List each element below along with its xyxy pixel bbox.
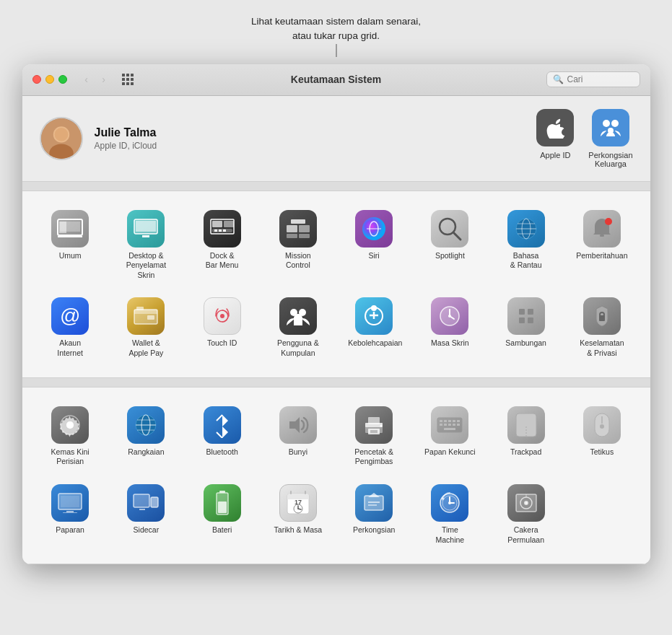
bahasa-icon xyxy=(507,210,545,248)
papan-label: Papan Kekunci xyxy=(424,447,476,457)
pref-papan[interactable]: Papan Kekunci xyxy=(414,400,486,473)
notif-icon xyxy=(583,210,621,248)
row2-grid: @ AkaunInternet Wallet &Apple Pay xyxy=(34,292,639,364)
timemachine-label: TimeMachine xyxy=(436,525,465,545)
svg-rect-106 xyxy=(218,502,227,513)
tooltip: Lihat keutamaan sistem dalam senarai, at… xyxy=(251,14,421,44)
close-button[interactable] xyxy=(32,75,41,84)
bunyi-label: Bunyi xyxy=(289,447,307,457)
svg-rect-22 xyxy=(299,225,310,232)
bahasa-label: Bahasa& Rantau xyxy=(510,251,542,271)
svg-rect-16 xyxy=(224,221,234,227)
pref-keselamatan[interactable]: Keselamatan& Privasi xyxy=(565,292,638,364)
pref-cakera[interactable]: CakeraPermulaan xyxy=(489,478,562,551)
pref-notif[interactable]: Pemberitahuan xyxy=(565,204,638,286)
pref-bunyi[interactable]: Bunyi xyxy=(261,400,334,473)
svg-rect-100 xyxy=(63,512,77,513)
svg-point-79 xyxy=(380,424,383,426)
keselamatan-icon xyxy=(583,297,621,335)
pref-perkongsian[interactable]: Perkongsian xyxy=(338,478,411,551)
svg-rect-20 xyxy=(223,229,226,232)
pref-kemas[interactable]: Kemas KiniPerisian xyxy=(34,400,107,473)
maximize-button[interactable] xyxy=(58,75,67,84)
pref-masa[interactable]: Masa Skrin xyxy=(414,292,486,364)
sidecar-label: Sidecar xyxy=(134,525,160,535)
pref-tetikus[interactable]: Tetikus xyxy=(565,400,638,473)
trackpad-label: Trackpad xyxy=(510,447,541,457)
tooltip-line1: Lihat keutamaan sistem dalam senarai, xyxy=(251,14,421,29)
svg-rect-84 xyxy=(453,420,455,422)
preferences-row1: Umum Desktop &Penyelamat Skrin xyxy=(22,190,650,378)
pref-siri[interactable]: Siri xyxy=(338,204,411,286)
pref-desktop[interactable]: Desktop &Penyelamat Skrin xyxy=(110,204,183,286)
pref-dock[interactable]: Dock &Bar Menu xyxy=(186,204,258,286)
svg-point-96 xyxy=(600,424,604,429)
keboleh-label: Kebolehcapaian xyxy=(348,338,400,349)
pref-timemachine[interactable]: TimeMachine xyxy=(414,478,486,551)
pref-akaun[interactable]: @ AkaunInternet xyxy=(34,292,107,364)
pref-spotlight[interactable]: Spotlight xyxy=(414,204,486,286)
svg-rect-76 xyxy=(368,429,380,434)
search-input[interactable] xyxy=(567,74,632,84)
dock-icon xyxy=(204,210,241,248)
window-title: Keutamaan Sistem xyxy=(291,74,381,85)
sambungan-label: Sambungan xyxy=(505,338,546,349)
pref-bateri[interactable]: Bateri xyxy=(186,478,258,551)
svg-rect-12 xyxy=(136,221,156,232)
svg-rect-90 xyxy=(457,424,460,426)
touchid-label: Touch ID xyxy=(207,338,237,349)
avatar xyxy=(40,117,83,160)
pref-pengguna[interactable]: Pengguna &Kumpulan xyxy=(261,292,334,364)
pref-sidecar[interactable]: Sidecar xyxy=(110,478,183,551)
pref-bahasa[interactable]: Bahasa& Rantau xyxy=(489,204,562,286)
traffic-lights xyxy=(32,75,67,84)
notif-label: Pemberitahuan xyxy=(576,251,627,261)
apple-id-button[interactable]: Apple ID xyxy=(536,109,574,168)
pref-wallet[interactable]: Wallet &Apple Pay xyxy=(110,292,183,364)
pref-paparan[interactable]: Paparan xyxy=(34,478,107,551)
svg-line-71 xyxy=(217,432,222,438)
pref-touchid[interactable]: Touch ID xyxy=(186,292,258,364)
preferences-row3: Kemas KiniPerisian Rangkaian xyxy=(22,387,650,565)
back-button[interactable]: ‹ xyxy=(79,71,95,87)
pref-keboleh[interactable]: Kebolehcapaian xyxy=(338,292,411,364)
section-divider-2 xyxy=(22,378,650,387)
svg-rect-18 xyxy=(214,229,217,232)
mission-label: MissionControl xyxy=(285,251,311,271)
profile-info: Julie Talma Apple ID, iCloud xyxy=(95,126,525,151)
forward-button[interactable]: › xyxy=(96,71,112,87)
svg-rect-41 xyxy=(147,315,154,320)
kemas-icon xyxy=(51,406,89,444)
search-box[interactable]: 🔍 xyxy=(546,71,640,87)
bunyi-icon xyxy=(279,406,317,444)
pref-rangkaian[interactable]: Rangkaian xyxy=(110,400,183,473)
minimize-button[interactable] xyxy=(45,75,54,84)
profile-subtitle: Apple ID, iCloud xyxy=(95,141,525,151)
wallet-icon xyxy=(127,297,165,335)
grid-icon xyxy=(122,74,134,85)
view-toggle-button[interactable] xyxy=(119,71,136,88)
apple-id-label: Apple ID xyxy=(540,151,570,159)
pref-sambungan[interactable]: Sambungan xyxy=(489,292,562,364)
desktop-icon xyxy=(127,210,165,248)
cakera-label: CakeraPermulaan xyxy=(507,525,544,545)
pref-tarikh[interactable]: 17 Tarikh & Masa xyxy=(261,478,334,551)
masa-icon xyxy=(431,297,468,335)
row4-grid: Paparan Sidecar xyxy=(34,478,639,551)
svg-rect-24 xyxy=(287,234,297,238)
svg-rect-88 xyxy=(448,424,451,426)
pref-pencetak[interactable]: Pencetak &Pengimbas xyxy=(338,400,411,473)
spotlight-label: Spotlight xyxy=(435,251,465,261)
svg-rect-86 xyxy=(440,424,442,426)
family-sharing-button[interactable]: PerkongsianKeluarga xyxy=(588,109,632,168)
pref-trackpad[interactable]: Trackpad xyxy=(489,400,562,473)
svg-rect-102 xyxy=(151,497,158,507)
pref-umum[interactable]: Umum xyxy=(34,204,107,286)
pref-bluetooth[interactable]: Bluetooth xyxy=(186,400,258,473)
spotlight-icon xyxy=(431,210,468,248)
section-divider-1 xyxy=(22,182,650,190)
pengguna-label: Pengguna &Kumpulan xyxy=(277,338,319,358)
pref-mission[interactable]: MissionControl xyxy=(261,204,334,286)
svg-rect-21 xyxy=(287,225,297,232)
svg-rect-15 xyxy=(212,221,222,227)
